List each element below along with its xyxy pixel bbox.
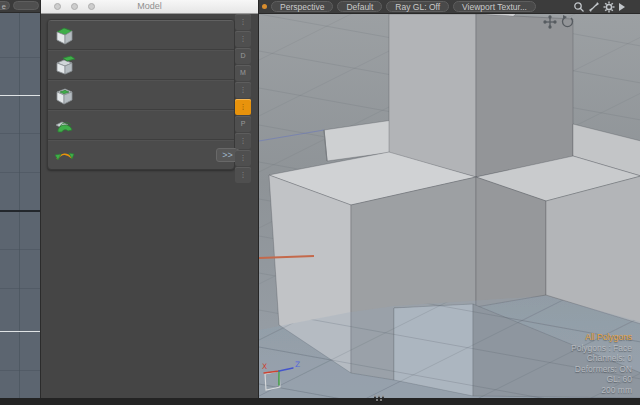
side-tab[interactable]: ⋮ [235,82,251,98]
bridge-arc-icon [54,115,76,135]
viewport-stat: GL: 60 [571,374,632,385]
viewport-stat: Polygons : Face [571,343,632,354]
workplane-line [0,95,40,96]
viewport-button-viewport-textur[interactable]: Viewport Textur... [453,1,536,12]
tool-row-bevel[interactable] [48,80,234,110]
gear-icon[interactable] [603,1,615,13]
window-close-button[interactable] [54,3,61,10]
viewport-toolbar: PerspectiveDefaultRay GL: OffViewport Te… [259,0,640,14]
viewport-button-perspective[interactable]: Perspective [271,1,333,12]
side-tab[interactable]: P [235,116,251,132]
gizmo-x-label: X [262,362,267,371]
mesh-face [389,14,476,177]
gizmo-z-label: Z [295,360,300,369]
side-tab[interactable]: ⋮ [235,167,251,183]
viewport-button-ray-gl-off[interactable]: Ray GL: Off [386,1,449,12]
viewport-toolbar-buttons: PerspectiveDefaultRay GL: OffViewport Te… [271,1,536,12]
viewport-stat: 200 mm [571,385,632,396]
bottom-window-edge [0,398,640,405]
background-viewport-strip: e [0,0,40,405]
side-tab[interactable]: ⋮ [235,150,251,166]
grid-line [0,288,40,289]
model-palette-window: Model >> ⋮⋮DM⋮⋮P⋮⋮⋮ [40,0,258,405]
viewport-button-default[interactable]: Default [337,1,382,12]
tool-row-bridge[interactable] [48,110,234,140]
tool-list-panel [47,19,235,170]
window-minimize-button[interactable] [71,3,78,10]
viewport-stat: Channels: 0 [571,353,632,364]
axis-line [0,210,40,212]
grid-line [0,370,40,371]
extrude-cube-icon [54,25,76,45]
maximize-viewport-icon[interactable] [588,1,600,13]
palette-titlebar[interactable]: Model [41,0,258,14]
extend-cube-icon [54,55,76,75]
side-tab[interactable]: D [235,48,251,64]
viewport-stat: Deformers: ON [571,364,632,375]
background-viewport-toolbar: e [0,0,40,13]
side-tab[interactable]: ⋮ [235,31,251,47]
tool-row-slide[interactable] [48,140,234,169]
partial-viewport-button[interactable]: e [0,1,10,10]
window-zoom-button[interactable] [88,3,95,10]
side-tab-active[interactable]: ⋮ [235,99,251,115]
viewport-menu-arrow-icon[interactable] [618,2,626,12]
grid-line [0,133,40,134]
viewport-info-overlay: All PolygonsPolygons : FaceChannels: 0De… [571,332,632,395]
partial-viewport-button[interactable] [13,1,39,10]
mesh-face [476,14,573,177]
tool-row-extend[interactable] [48,50,234,80]
divider-grip[interactable] [374,395,386,403]
grid-line [0,57,40,58]
search-icon[interactable] [573,1,585,13]
side-tab[interactable]: ⋮ [235,14,251,30]
slide-arrows-icon [54,145,76,165]
bevel-cube-icon [54,85,76,105]
workplane-line [0,331,40,332]
grid-line [19,12,20,405]
perspective-viewport[interactable]: X Z PerspectiveDefaultRay GL: OffViewpor… [258,0,640,405]
tool-row-extrude[interactable] [48,20,234,50]
viewport-status-dot[interactable] [262,4,267,9]
grid-line [0,249,40,250]
palette-side-tabs: ⋮⋮DM⋮⋮P⋮⋮⋮ [235,14,251,184]
side-tab[interactable]: M [235,65,251,81]
grid-line [0,172,40,173]
side-tab[interactable]: ⋮ [235,133,251,149]
selection-mode-label: All Polygons [571,332,632,343]
